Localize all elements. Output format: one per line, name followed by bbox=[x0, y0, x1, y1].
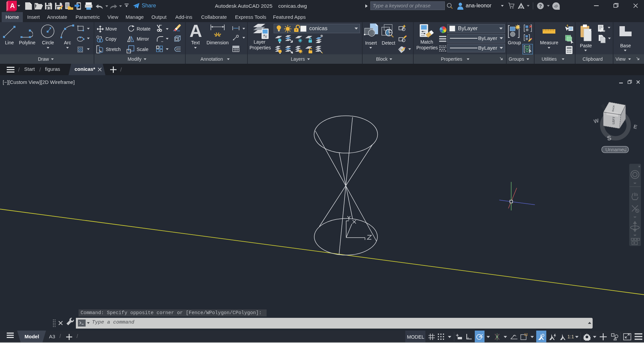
svg-text:A: A bbox=[10, 2, 15, 9]
svg-text:W: W bbox=[593, 117, 600, 124]
svg-text:?: ? bbox=[539, 3, 542, 9]
svg-text:E: E bbox=[633, 124, 638, 130]
svg-text:Unnamed: Unnamed bbox=[605, 147, 627, 152]
svg-text:LEFT: LEFT bbox=[612, 116, 616, 125]
